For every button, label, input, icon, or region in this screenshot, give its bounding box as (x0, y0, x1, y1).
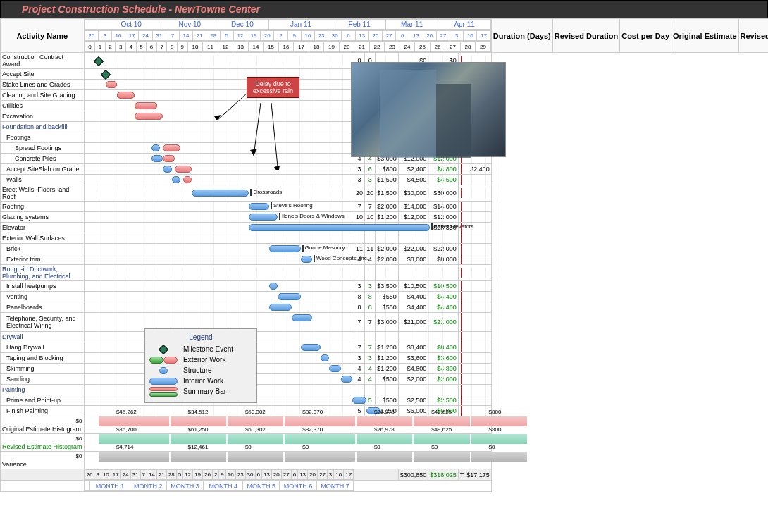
gantt-row: Accept SiteSlab on Grade36$800$2,400$4,8… (1, 164, 769, 175)
gantt-row: Panelboards88$550$4,400$4,400 (1, 302, 769, 313)
svg-rect-7 (436, 84, 471, 158)
gantt-row: Walls33$1,500$4,500$4,500 (1, 175, 769, 185)
gantt-row: Rough-in Ductwork, Plumbing, and Electri… (1, 265, 769, 281)
header-cpd: Cost per Day (620, 19, 671, 53)
gantt-row: Erect Walls, Floors, and RoofCrossroads2… (1, 185, 769, 202)
gantt-row: Drywall (1, 332, 769, 342)
building-photo (351, 62, 506, 157)
gantt-row: Taping and Blocking33$1,200$3,600$3,600 (1, 353, 769, 364)
gantt-row: Skimming44$1,200$4,800$4,800 (1, 364, 769, 374)
header-rdur: Revised Duration (552, 19, 619, 53)
gantt-row: Sanding44$500$2,000$2,000 (1, 374, 769, 385)
gantt-row: Install heatpumps33$3,500$10,500$10,500 (1, 281, 769, 292)
gantt-row: Telephone, Security, and Electrical Wiri… (1, 313, 769, 332)
title-bar: Project Construction Schedule - NewTowne… (0, 0, 768, 18)
header-oe: Original Estimate (671, 19, 738, 53)
legend-box: Legend Milestone Event Exterior Work Str… (144, 328, 257, 403)
gantt-row: Painting (1, 385, 769, 395)
gantt-row: Exterior Wall Surfaces (1, 233, 769, 244)
gantt-row: BrickGoode Masonry1111$2,000$22,000$22,0… (1, 244, 769, 254)
gantt-row: Glazing systemsIlene's Doors & Windows10… (1, 212, 769, 223)
gantt-row: Exterior trimWood Concepts, Inc.44$2,000… (1, 254, 769, 265)
gantt-row: Venting88$550$4,400$4,400 (1, 292, 769, 302)
gantt-row: RoofingSteve's Roofing77$2,000$14,000$14… (1, 202, 769, 212)
svg-rect-6 (380, 70, 436, 158)
gantt-row: Hang Drywall77$1,200$8,400$8,400 (1, 342, 769, 353)
gantt-row: ElevatorBetter Elevators6363$450$28,350$… (1, 223, 769, 233)
delay-callout: Delay due toexcessive rain (247, 77, 299, 98)
header-re: Revised Estimate (738, 19, 768, 53)
header-activity: Activity Name (1, 19, 85, 53)
gantt-row: Prime and Point-up55$500$2,500$2,500 (1, 395, 769, 406)
histogram-row: Varience$0$4,714$12,461$0$0$0$0$0 (1, 452, 769, 469)
header-duration: Duration (Days) (491, 19, 552, 53)
